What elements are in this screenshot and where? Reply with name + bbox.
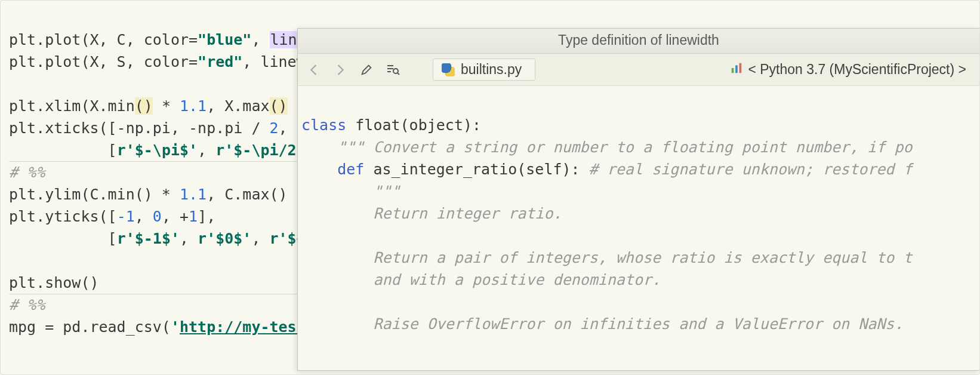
- code-line: plt.ylim(C.min() * 1.1, C.max() *: [9, 186, 306, 203]
- src-line: Return a pair of integers, whose ratio i…: [301, 249, 913, 266]
- svg-rect-3: [739, 63, 742, 73]
- svg-rect-2: [736, 65, 738, 73]
- src-line: class float(object):: [301, 116, 481, 134]
- src-line: """ Convert a string or number to a floa…: [301, 139, 913, 156]
- project-interpreter-chip[interactable]: < Python 3.7 (MyScientificProject) >: [725, 59, 971, 81]
- svg-point-0: [393, 69, 398, 73]
- code-line: [r'$-1$', r'$0$', r'$+: [9, 230, 306, 247]
- popup-title: Type definition of linewidth: [298, 29, 979, 54]
- code-line: plt.xlim(X.min() * 1.1, X.max() *: [9, 97, 306, 115]
- cell-separator: # %%: [9, 296, 45, 313]
- pencil-icon: [360, 63, 373, 76]
- code-line: plt.yticks([-1, 0, +1],: [9, 208, 215, 225]
- nav-forward-button[interactable]: [332, 62, 348, 78]
- src-line: Raise OverflowError on infinities and a …: [301, 315, 903, 333]
- src-line: Return integer ratio.: [301, 205, 562, 222]
- src-line: """: [301, 183, 400, 200]
- cell-separator: # %%: [9, 164, 45, 181]
- python-file-icon: [442, 63, 455, 76]
- blank-line: [9, 252, 18, 269]
- popup-source-view[interactable]: class float(object): """ Convert a strin…: [298, 86, 979, 370]
- interpreter-label: < Python 3.7 (MyScientificProject) >: [748, 62, 966, 78]
- svg-rect-1: [732, 68, 734, 73]
- show-usages-button[interactable]: [385, 62, 400, 78]
- popup-toolbar: builtins.py < Python 3.7 (MyScientificPr…: [298, 54, 979, 86]
- list-search-icon: [386, 63, 400, 77]
- src-line: and with a positive denominator.: [301, 271, 661, 288]
- code-line: plt.xticks([-np.pi, -np.pi / 2, 0: [9, 119, 306, 137]
- blank-line: [9, 75, 18, 93]
- file-name: builtins.py: [461, 62, 522, 78]
- chart-icon: [730, 62, 743, 78]
- src-line: def as_integer_ratio(self): # real signa…: [301, 161, 913, 178]
- arrow-right-icon: [334, 63, 347, 76]
- file-breadcrumb[interactable]: builtins.py: [433, 59, 535, 81]
- type-definition-popup: Type definition of linewidth builtins.py…: [297, 28, 980, 371]
- edit-source-button[interactable]: [359, 62, 374, 78]
- code-line: mpg = pd.read_csv('http://my-test: [9, 318, 306, 336]
- arrow-left-icon: [307, 63, 320, 76]
- code-line: plt.plot(X, S, color="red", linew: [9, 53, 306, 70]
- nav-back-button[interactable]: [306, 62, 322, 78]
